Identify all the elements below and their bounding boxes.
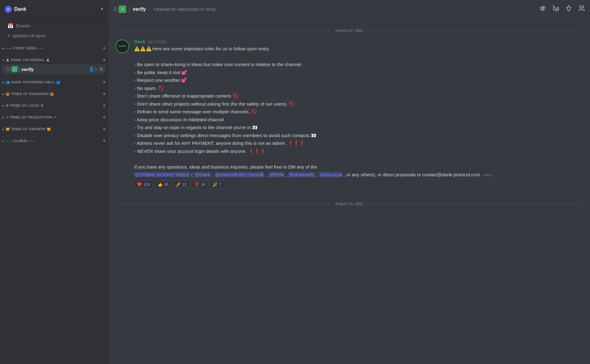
reaction-100[interactable]: 💯 19 <box>192 181 208 188</box>
category-start-here[interactable]: ▸ ----- START HERE ----- + <box>0 40 108 52</box>
mention-shadowfly[interactable]: @shadowfly <box>288 172 315 177</box>
mention-text-before: ( <box>191 172 193 177</box>
message-line-8: - Refrain to send same message over mult… <box>134 108 583 115</box>
channel-name-updates-of-dyno: updates-of-dyno <box>12 33 103 38</box>
add-channel-icon[interactable]: + <box>103 103 106 108</box>
topbar-verify-check-icon: ✓ <box>119 6 126 13</box>
message-line-blank2 <box>134 156 583 163</box>
date-divider-aug17: August 17, 2021 <box>108 23 590 38</box>
message-line-6: - Don't share offensive or inappropriate… <box>134 93 583 100</box>
message-timestamp: 08/17/2021 <box>148 40 167 44</box>
edited-tag: (edited) <box>482 174 493 177</box>
category-tribe-of-logic[interactable]: ▸ ⚙ TRIBE OF LOGIC ⚙ + <box>0 98 108 110</box>
chevron-down-icon: ▾ <box>101 7 103 11</box>
comma3: , <box>286 172 288 177</box>
reactions-row: ❤️ 129 👍 45 🚀 21 💯 19 <box>134 181 583 188</box>
reaction-party-emoji: 🎉 <box>213 182 218 187</box>
date-divider-text-aug31: August 31, 2021 <box>335 202 363 206</box>
add-channel-icon[interactable]: + <box>103 45 106 51</box>
mute-bell-icon[interactable] <box>552 5 559 13</box>
comma2: , <box>266 172 268 177</box>
category-global[interactable]: ▸ ----- GLOBAL ----- + <box>0 133 108 145</box>
collapse-arrow-icon: ▾ <box>2 58 4 62</box>
hash-icon: # <box>7 33 10 38</box>
channel-item-verify[interactable]: ☑ ✓ | verify 👤+ ⚙ <box>2 64 106 74</box>
topbar-pipe-icon: | <box>129 6 130 13</box>
reaction-rocket[interactable]: 🚀 21 <box>173 181 189 188</box>
add-channel-icon[interactable]: + <box>103 91 106 97</box>
reaction-heart-count: 129 <box>143 182 150 187</box>
collapse-arrow-icon: ▸ <box>2 116 4 119</box>
message-line-5: - No spam. 🚫 <box>134 85 583 92</box>
category-tribe-of-production[interactable]: ▸ ↗ TRIBE OF PRODUCTION ↗ + <box>0 110 108 121</box>
settings-gear-icon[interactable]: ⚙ <box>99 66 103 72</box>
message-header: Dank 08/17/2021 <box>134 39 583 44</box>
category-tribe-of-growth[interactable]: ▸ 🐱 TRIBE OF GROWTH 🐱 + <box>0 121 108 133</box>
hashtag-notification-icon[interactable] <box>539 5 546 13</box>
category-dank-gathering-hall[interactable]: ▸ 👥 DANK GATHERING HALL 👥 + <box>0 74 108 86</box>
reaction-party[interactable]: 🎉 7 <box>210 181 224 188</box>
server-header[interactable]: ◎ Dank ▾ <box>0 0 108 19</box>
date-divider-aug31: August 31, 2021 <box>108 197 590 211</box>
category-tribe-of-guardian[interactable]: ▸ 🔱 TRIBE OF GUARDIAN 🔱 + <box>0 86 108 98</box>
add-member-icon[interactable]: 👤+ <box>89 66 97 72</box>
category-label-tribe-of-guardian: 🔱 TRIBE OF GUARDIAN 🔱 <box>6 92 103 96</box>
message-line-4: - Respect one another.💕 <box>134 77 583 84</box>
mention-dank[interactable]: @Dank <box>194 172 211 177</box>
collapse-arrow-icon: ▸ <box>2 92 4 96</box>
topbar: ☑ ✓ | verify Channel for newcomers to ve… <box>108 0 590 19</box>
collapse-arrow-icon: ▸ <box>2 139 4 143</box>
category-label-dank-gathering-hall: 👥 DANK GATHERING HALL 👥 <box>6 80 103 84</box>
messages-area: August 17, 2021 😀+ ✏️ # ⋯ DANK Dank 08/1… <box>108 19 590 364</box>
mention-philx[interactable]: @Philx <box>269 172 285 177</box>
message-line-1: ⚠️⚠️⚠️Here are some important rules for … <box>134 45 583 52</box>
message-line-13: - NEVER share your account login details… <box>134 148 583 155</box>
mention-alecorpa[interactable]: @alecorpa <box>319 172 343 177</box>
server-name-area: ◎ Dank <box>5 6 26 13</box>
message-line-7: - Don't share other projects without ask… <box>134 101 583 108</box>
reaction-party-count: 7 <box>219 182 221 187</box>
members-icon[interactable] <box>578 5 585 13</box>
reaction-thumbsup-count: 45 <box>164 182 168 187</box>
category-dank-cathedral[interactable]: ▾ 🙏 DANK CATHEDRAL 🙏 + <box>0 52 108 64</box>
mention-tribal-round-table[interactable]: @TRIBAL ROUND TABLE <box>134 172 190 177</box>
reaction-thumbsup-emoji: 👍 <box>158 182 163 187</box>
server-name: Dank <box>14 6 26 12</box>
category-label-start-here: ----- START HERE ----- <box>6 46 103 50</box>
channel-item-updates-of-dyno[interactable]: # updates-of-dyno <box>2 31 106 40</box>
topbar-channel-name: verify <box>133 6 146 12</box>
category-label-dank-cathedral: 🙏 DANK CATHEDRAL 🙏 <box>6 58 103 62</box>
category-label-global: ----- GLOBAL ----- <box>6 139 103 143</box>
message-content: Dank 08/17/2021 ⚠️⚠️⚠️Here are some impo… <box>134 39 583 188</box>
add-channel-icon[interactable]: + <box>103 115 106 120</box>
checkbox-icon: ☑ <box>6 66 10 72</box>
server-icon: ◎ <box>5 6 12 13</box>
message-author: Dank <box>134 39 146 44</box>
mention-text-after: , or any others), or direct proposals to… <box>344 172 480 177</box>
message-line-mentions: @TRIBAL ROUND TABLE ( @Dank , @Jokerhill… <box>134 171 583 178</box>
add-channel-icon[interactable]: + <box>103 138 106 144</box>
verify-green-icon: ✓ <box>11 66 18 72</box>
pin-icon[interactable] <box>565 5 572 13</box>
message-line-dm: If you have any questions, ideas and bus… <box>134 164 583 171</box>
topbar-checkbox-icon: ☑ <box>113 6 117 12</box>
add-channel-icon[interactable]: + <box>103 79 106 85</box>
mention-jokerhill[interactable]: @Jokerhill.eth | Dank🏛 <box>215 172 265 177</box>
collapse-arrow-icon: ▸ <box>2 104 4 107</box>
message-line-3: - Be polite, keep it civil.💕 <box>134 69 583 76</box>
reaction-heart[interactable]: ❤️ 129 <box>134 181 153 188</box>
reaction-100-emoji: 💯 <box>194 182 199 187</box>
message-line-10: - Try and stay on topic in regards to th… <box>134 124 583 131</box>
date-divider-text: August 17, 2021 <box>335 28 363 33</box>
channel-action-icons: 👤+ ⚙ <box>89 66 103 72</box>
reaction-100-count: 19 <box>201 182 205 187</box>
message-line-12: - Admins never ask for ANY PAYMENT, anyo… <box>134 140 583 147</box>
avatar-text: DANK <box>118 45 126 48</box>
add-channel-icon[interactable]: + <box>103 126 106 132</box>
reaction-rocket-emoji: 🚀 <box>176 182 181 187</box>
channel-item-events[interactable]: 📅 Events <box>2 21 106 31</box>
add-channel-icon[interactable]: + <box>103 57 106 63</box>
message-body: ⚠️⚠️⚠️Here are some important rules for … <box>134 45 583 178</box>
reaction-thumbsup[interactable]: 👍 45 <box>155 181 171 188</box>
verify-channel-name: verify <box>21 67 89 72</box>
